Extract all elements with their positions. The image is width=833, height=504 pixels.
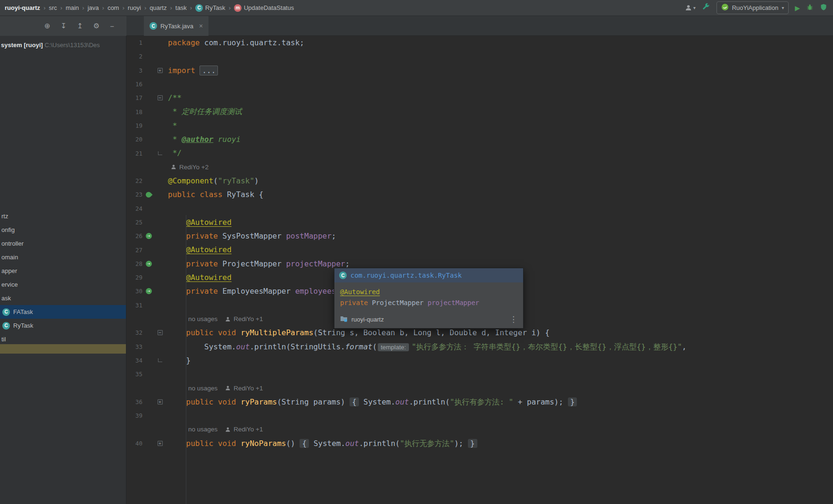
fold-marker[interactable]: +	[158, 399, 163, 405]
usages-hint[interactable]: no usages	[188, 385, 217, 392]
line-number[interactable]: 3	[126, 67, 142, 74]
line-number[interactable]: 22	[126, 177, 142, 184]
author-hint[interactable]: RediYo +1	[233, 385, 263, 392]
line-number[interactable]: 16	[126, 81, 142, 88]
code-line[interactable]: 1package com.ruoyi.quartz.task;	[126, 36, 833, 50]
breadcrumb-item-ruoyi-quartz[interactable]: ruoyi-quartz	[5, 4, 40, 11]
line-number[interactable]: 20	[126, 136, 142, 143]
autowired-bean-icon[interactable]: →	[146, 233, 152, 239]
author-hint[interactable]: RediYo +2	[179, 164, 208, 171]
line-number[interactable]: 26	[126, 232, 142, 240]
breadcrumb-item-com[interactable]: com	[108, 4, 119, 11]
debug-button[interactable]	[806, 3, 814, 13]
code-line[interactable]: 34 }	[126, 354, 833, 367]
line-number[interactable]: 30	[126, 288, 142, 295]
autowired-bean-icon[interactable]: →	[146, 288, 152, 294]
breadcrumb-item-updatedatastatus[interactable]: mUpdateDataStatus	[234, 4, 294, 12]
code-line[interactable]: 25 @Autowired	[126, 215, 833, 229]
line-number[interactable]: 32	[126, 329, 142, 336]
author-hint[interactable]: RediYo +1	[233, 315, 263, 322]
spring-bean-icon[interactable]	[145, 190, 153, 198]
code-line[interactable]: 26→ private SysPostMapper postMapper;	[126, 229, 833, 243]
breadcrumb-item-ruoyi[interactable]: ruoyi	[128, 4, 141, 11]
tab-rytask-java[interactable]: C RyTask.java ×	[144, 16, 208, 36]
tree-item-fatask[interactable]: CFATask	[0, 305, 126, 319]
code-line[interactable]: 40+ public void ryNoParams() { System.ou…	[126, 437, 833, 450]
run-config-selector[interactable]: RuoYiApplication ▾	[716, 1, 789, 14]
code-line[interactable]: 16	[126, 77, 833, 91]
line-number[interactable]: 17	[126, 94, 142, 101]
breadcrumb-item-java[interactable]: java	[88, 4, 99, 11]
line-number[interactable]: 24	[126, 205, 142, 212]
code-line[interactable]: 27 @Autowired	[126, 243, 833, 256]
line-number[interactable]: 36	[126, 398, 142, 405]
line-number[interactable]: 29	[126, 274, 142, 281]
coverage-button[interactable]	[820, 3, 827, 13]
line-number[interactable]: 33	[126, 343, 142, 350]
tree-item-rytask[interactable]: CRyTask	[0, 319, 126, 332]
line-number[interactable]: 2	[126, 53, 142, 60]
popup-more-icon[interactable]: ⋮	[509, 314, 517, 324]
tree-item-rtz[interactable]: rtz	[0, 209, 126, 223]
fold-end-marker[interactable]	[158, 358, 162, 362]
code-line[interactable]: 19 *	[126, 119, 833, 132]
code-line[interactable]: 39	[126, 409, 833, 422]
usages-hint[interactable]: no usages	[188, 315, 217, 322]
code-line[interactable]: 17−/**	[126, 91, 833, 105]
breadcrumb-item-task[interactable]: task	[175, 4, 187, 11]
line-number[interactable]: 35	[126, 371, 142, 378]
code-line[interactable]: 20 * @author ruoyi	[126, 132, 833, 146]
code-line[interactable]: 36+ public void ryParams(String params) …	[126, 395, 833, 409]
line-number[interactable]: 23	[126, 191, 142, 198]
tree-item-apper[interactable]: apper	[0, 264, 126, 278]
select-opened-file-icon[interactable]: ⊕	[44, 22, 50, 30]
code-line[interactable]: 18 * 定时任务调度测试	[126, 105, 833, 118]
line-number[interactable]: 19	[126, 122, 142, 129]
line-number[interactable]: 21	[126, 150, 142, 157]
fold-marker[interactable]: +	[158, 68, 163, 73]
user-menu-button[interactable]: ▾	[685, 4, 696, 11]
settings-icon[interactable]: ⚙	[93, 22, 100, 30]
code-line[interactable]: 3+import ...	[126, 64, 833, 77]
usages-hint[interactable]: no usages	[188, 426, 217, 433]
code-line[interactable]: 2	[126, 50, 833, 63]
code-line[interactable]: 21 */	[126, 146, 833, 160]
tree-item-ask[interactable]: ask	[0, 291, 126, 305]
line-number[interactable]: 1	[126, 39, 142, 46]
close-tab-icon[interactable]: ×	[199, 22, 203, 30]
line-number[interactable]: 31	[126, 302, 142, 309]
line-number[interactable]: 25	[126, 219, 142, 226]
project-root-item[interactable]: system [ruoyi] C:\Users\13153\Des	[0, 36, 126, 49]
fold-marker[interactable]: +	[158, 441, 163, 446]
tree-item-onfig[interactable]: onfig	[0, 223, 126, 237]
line-number[interactable]: 18	[126, 108, 142, 116]
code-line[interactable]: 24	[126, 202, 833, 215]
run-button[interactable]: ▶	[795, 4, 800, 12]
breadcrumb-item-rytask[interactable]: CRyTask	[195, 4, 225, 12]
line-number[interactable]: 40	[126, 440, 142, 447]
fold-marker[interactable]: −	[158, 95, 163, 100]
breadcrumb-item-src[interactable]: src	[49, 4, 57, 11]
tree-item-ervice[interactable]: ervice	[0, 278, 126, 291]
tree-item-omain[interactable]: omain	[0, 250, 126, 264]
code-line[interactable]: 33 System.out.println(StringUtils.format…	[126, 340, 833, 354]
popup-class-link[interactable]: C com.ruoyi.quartz.task.RyTask	[334, 268, 523, 282]
code-line[interactable]: 35	[126, 367, 833, 381]
line-number[interactable]: 27	[126, 247, 142, 254]
line-number[interactable]: 39	[126, 412, 142, 419]
line-number[interactable]: 28	[126, 260, 142, 267]
line-number[interactable]: 34	[126, 357, 142, 364]
fold-marker[interactable]: −	[158, 330, 163, 335]
autowired-bean-icon[interactable]: →	[146, 261, 152, 267]
build-button[interactable]	[702, 3, 710, 13]
code-line[interactable]: 22@Component("ryTask")	[126, 174, 833, 188]
author-hint[interactable]: RediYo +1	[233, 426, 263, 433]
hide-panel-icon[interactable]: −	[110, 22, 114, 30]
collapse-all-icon[interactable]: ↥	[77, 22, 83, 30]
tree-item-ontroller[interactable]: ontroller	[0, 237, 126, 250]
code-line[interactable]: 23public class RyTask {	[126, 188, 833, 201]
breadcrumb-item-main[interactable]: main	[66, 4, 79, 11]
expand-all-icon[interactable]: ↧	[61, 22, 67, 30]
breadcrumb-item-quartz[interactable]: quartz	[150, 4, 167, 11]
fold-end-marker[interactable]	[158, 151, 162, 155]
